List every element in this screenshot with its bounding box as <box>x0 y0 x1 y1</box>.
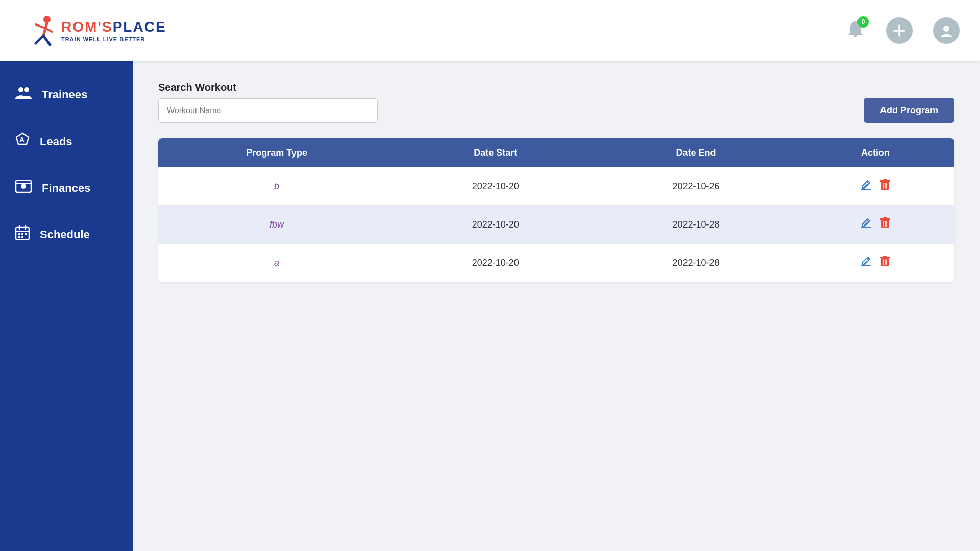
svg-line-4 <box>36 36 43 43</box>
sidebar-label-trainees: Trainees <box>42 88 87 102</box>
sidebar-item-leads[interactable]: A Leads <box>0 118 133 165</box>
cell-date-start: 2022-10-20 <box>395 167 596 206</box>
svg-line-5 <box>43 36 50 45</box>
delete-button[interactable] <box>879 255 891 270</box>
sidebar-item-trainees[interactable]: Trainees <box>0 71 133 118</box>
sidebar-label-leads: Leads <box>40 135 72 148</box>
svg-rect-22 <box>21 233 23 235</box>
cell-program-type: a <box>158 244 395 282</box>
svg-point-10 <box>18 87 23 92</box>
svg-rect-25 <box>21 236 23 238</box>
delete-button[interactable] <box>879 179 891 194</box>
cell-date-end: 2022-10-28 <box>596 244 796 282</box>
sidebar: Trainees A Leads Finances <box>0 61 133 551</box>
search-label: Search Workout <box>158 82 378 93</box>
main-content: Search Workout Add Program Program Type … <box>133 61 980 551</box>
table-row: b2022-10-202022-10-26 <box>158 167 954 206</box>
svg-point-15 <box>21 184 26 189</box>
edit-icon <box>860 256 871 267</box>
add-program-button[interactable]: Add Program <box>864 98 954 123</box>
cell-date-end: 2022-10-26 <box>596 167 796 206</box>
notification-bell[interactable]: 0 <box>845 19 866 42</box>
cell-action <box>796 244 954 282</box>
svg-text:A: A <box>19 136 24 144</box>
user-icon <box>939 23 954 38</box>
delete-button[interactable] <box>879 217 891 232</box>
schedule-icon <box>15 225 30 244</box>
svg-rect-30 <box>883 179 887 181</box>
svg-rect-43 <box>861 265 871 266</box>
header: ROM'S PLACE TRAIN WELL LIVE BETTER 0 <box>0 0 980 61</box>
sidebar-label-schedule: Schedule <box>40 228 90 241</box>
logo-rom: ROM'S <box>61 19 113 35</box>
finances-icon <box>15 180 32 196</box>
cell-date-start: 2022-10-20 <box>395 244 596 282</box>
trash-icon <box>879 217 891 229</box>
col-action: Action <box>796 138 954 167</box>
leads-icon-svg: A <box>15 132 30 147</box>
logo-place: PLACE <box>113 19 166 35</box>
search-group: Search Workout <box>158 82 378 123</box>
svg-line-2 <box>36 24 45 28</box>
svg-rect-46 <box>883 256 887 257</box>
leads-icon: A <box>15 132 30 151</box>
logo-sub: TRAIN WELL LIVE BETTER <box>61 36 166 42</box>
sidebar-item-finances[interactable]: Finances <box>0 165 133 211</box>
search-section: Search Workout Add Program <box>158 82 954 123</box>
logo-text: ROM'S PLACE TRAIN WELL LIVE BETTER <box>61 19 166 42</box>
cell-date-end: 2022-10-28 <box>596 206 796 244</box>
col-date-start: Date Start <box>395 138 596 167</box>
edit-button[interactable] <box>860 217 871 232</box>
finances-icon-svg <box>15 180 32 193</box>
edit-icon <box>860 217 871 229</box>
header-icons: 0 <box>845 17 960 44</box>
sidebar-label-finances: Finances <box>42 182 90 195</box>
col-program-type: Program Type <box>158 138 395 167</box>
trainees-icon <box>15 86 32 104</box>
cell-date-start: 2022-10-20 <box>395 206 596 244</box>
svg-rect-24 <box>18 236 20 238</box>
logo-area: ROM'S PLACE TRAIN WELL LIVE BETTER <box>20 10 166 51</box>
cell-action <box>796 206 954 244</box>
svg-rect-38 <box>883 217 887 219</box>
edit-icon <box>860 179 871 190</box>
edit-button[interactable] <box>860 179 871 193</box>
table-row: fbw2022-10-202022-10-28 <box>158 206 954 244</box>
svg-rect-21 <box>18 233 20 235</box>
svg-point-9 <box>943 26 949 32</box>
cell-program-type: b <box>158 167 395 206</box>
action-buttons <box>812 255 939 270</box>
plus-icon <box>892 23 906 38</box>
main-layout: Trainees A Leads Finances <box>0 61 980 551</box>
logo-icon <box>20 10 61 51</box>
programs-table: Program Type Date Start Date End Action … <box>158 138 954 282</box>
cell-action <box>796 167 954 206</box>
cell-program-type: fbw <box>158 206 395 244</box>
trash-icon <box>879 179 891 191</box>
svg-rect-6 <box>854 35 857 37</box>
svg-rect-23 <box>24 233 27 235</box>
col-date-end: Date End <box>596 138 796 167</box>
user-profile-button[interactable] <box>933 17 960 44</box>
table-header-row: Program Type Date Start Date End Action <box>158 138 954 167</box>
svg-rect-27 <box>861 189 871 190</box>
trainees-icon-svg <box>15 86 32 100</box>
sidebar-item-schedule[interactable]: Schedule <box>0 211 133 258</box>
add-button[interactable] <box>886 17 913 44</box>
notification-badge: 0 <box>857 16 869 28</box>
search-input[interactable] <box>158 98 378 123</box>
programs-table-wrap: Program Type Date Start Date End Action … <box>158 138 954 282</box>
schedule-icon-svg <box>15 225 30 240</box>
action-buttons <box>812 217 939 232</box>
action-buttons <box>812 179 939 194</box>
svg-point-11 <box>24 87 29 92</box>
table-row: a2022-10-202022-10-28 <box>158 244 954 282</box>
svg-rect-35 <box>861 227 871 228</box>
edit-button[interactable] <box>860 256 871 270</box>
trash-icon <box>879 255 891 267</box>
